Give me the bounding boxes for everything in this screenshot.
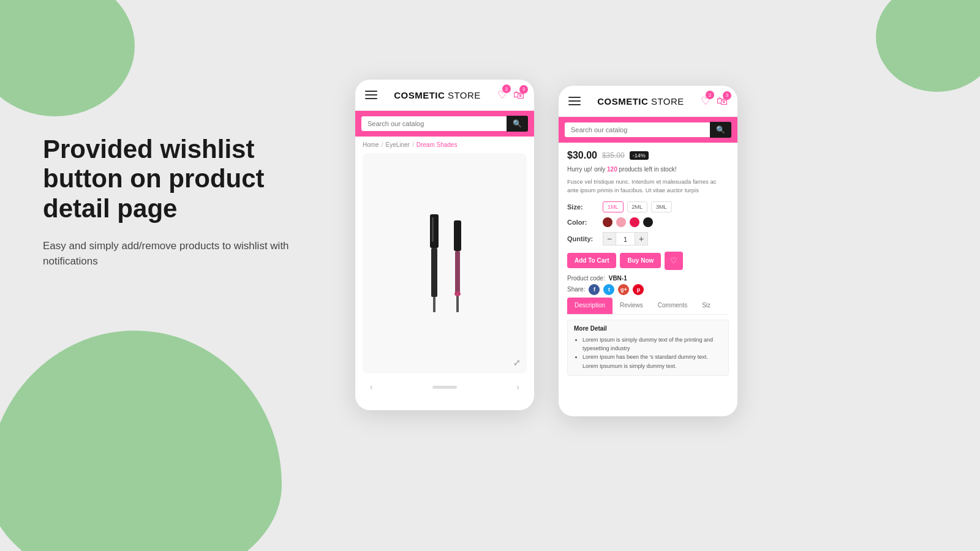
product-code-label: Product code:	[567, 275, 605, 282]
decorative-blob-bottom-left	[0, 331, 282, 551]
share-pinterest[interactable]: p	[633, 284, 644, 295]
size-label: Size:	[567, 203, 598, 211]
heart-badge-right: 2	[706, 91, 714, 99]
next-arrow[interactable]: ›	[516, 382, 519, 392]
price-current: $30.00	[567, 150, 597, 161]
logo-left: COSMETIC STORE	[394, 90, 481, 100]
product-description: Fusce vel tristique nunc. Interdum et ma…	[567, 178, 729, 195]
expand-icon[interactable]: ⤢	[513, 358, 521, 367]
phone-mockup-right: COSMETIC STORE ♡ 2 🛍 3 🔍 $30.00	[559, 86, 737, 416]
wishlist-icon-right[interactable]: ♡ 2	[701, 94, 710, 108]
hamburger-icon-right[interactable]	[568, 97, 581, 105]
decorative-blob-top-right	[876, 0, 980, 92]
color-options	[603, 217, 653, 227]
color-dot-3[interactable]	[630, 217, 639, 227]
share-googleplus[interactable]: g+	[618, 284, 629, 295]
share-label: Share:	[567, 286, 585, 293]
heart-badge-left: 2	[502, 84, 511, 93]
wishlist-button[interactable]: ♡	[665, 252, 683, 270]
product-code-value: VBN-1	[609, 275, 627, 282]
svg-rect-0	[430, 214, 439, 248]
more-detail-list: Lorem Ipsum is simply dummy text of the …	[574, 335, 722, 371]
decorative-blob-top-left	[0, 0, 135, 116]
lipstick-illustration	[425, 214, 464, 312]
svg-point-7	[454, 291, 461, 296]
color-label: Color:	[567, 219, 598, 226]
nav-bar-left: COSMETIC STORE ♡ 2 🛍 3	[355, 80, 534, 111]
bag-badge-left: 3	[519, 85, 528, 94]
search-input-right[interactable]	[565, 122, 710, 137]
qty-decrease[interactable]: −	[603, 232, 616, 246]
prev-arrow[interactable]: ‹	[370, 382, 373, 392]
size-row: Size: 1ML 2ML 3ML	[567, 201, 729, 212]
hamburger-icon[interactable]	[365, 91, 377, 99]
left-text-section: Provided wishlist button on product deta…	[43, 135, 337, 269]
product-image-area: ⤢	[363, 153, 527, 373]
product-tabs: Description Reviews Comments Siz	[567, 298, 729, 315]
product-detail-content: $30.00 $35.00 -14% Hurry up! only 120 pr…	[559, 143, 737, 416]
bottom-nav-left: ‹ ›	[355, 376, 534, 398]
breadcrumb-home[interactable]: Home	[363, 141, 379, 148]
wishlist-icon-left[interactable]: ♡ 2	[497, 88, 507, 102]
breadcrumb-left: Home / EyeLiner / Dream Shades	[355, 137, 534, 153]
lipstick-svg-1	[425, 214, 443, 312]
quantity-label: Quntity:	[567, 235, 598, 242]
nav-icons-left: ♡ 2 🛍 3	[497, 88, 524, 102]
search-button-left[interactable]: 🔍	[507, 116, 528, 132]
more-detail-box: More Detail Lorem Ipsum is simply dummy …	[567, 320, 729, 377]
color-row: Color:	[567, 217, 729, 227]
bag-icon-right[interactable]: 🛍 3	[717, 95, 728, 108]
bag-icon-left[interactable]: 🛍 3	[513, 89, 524, 102]
svg-rect-3	[432, 217, 434, 242]
color-dot-1[interactable]	[603, 217, 612, 227]
more-detail-title: More Detail	[574, 325, 722, 332]
color-dot-4[interactable]	[643, 217, 653, 227]
buy-now-button[interactable]: Buy Now	[620, 253, 661, 268]
bag-badge-right: 3	[723, 91, 731, 100]
tab-comments[interactable]: Comments	[650, 298, 695, 314]
stock-text: Hurry up! only 120 products left in stoc…	[567, 166, 729, 173]
nav-bar-right: COSMETIC STORE ♡ 2 🛍 3	[559, 86, 737, 117]
size-btn-3ml[interactable]: 3ML	[651, 201, 672, 212]
search-button-right[interactable]: 🔍	[710, 122, 731, 138]
logo-right: COSMETIC STORE	[597, 96, 684, 107]
scroll-indicator	[432, 386, 457, 389]
discount-badge: -14%	[630, 151, 649, 160]
qty-value: 1	[616, 232, 635, 246]
product-code-row: Product code: VBN-1	[567, 275, 729, 282]
size-btn-2ml[interactable]: 2ML	[627, 201, 648, 212]
lipstick-svg-2	[451, 220, 464, 312]
main-description: Easy and simply add/remove products to w…	[43, 238, 337, 269]
nav-icons-right: ♡ 2 🛍 3	[701, 94, 728, 108]
tab-description[interactable]: Description	[567, 298, 612, 314]
main-heading: Provided wishlist button on product deta…	[43, 135, 337, 223]
svg-rect-6	[456, 294, 459, 312]
quantity-stepper: − 1 +	[603, 232, 648, 246]
color-dot-2[interactable]	[616, 217, 626, 227]
size-btn-1ml[interactable]: 1ML	[603, 201, 624, 212]
quantity-row: Quntity: − 1 +	[567, 232, 729, 246]
svg-rect-2	[433, 297, 435, 312]
svg-rect-1	[431, 248, 437, 297]
share-icons: f t g+ p	[589, 284, 644, 295]
breadcrumb-current[interactable]: Dream Shades	[417, 141, 458, 148]
price-row: $30.00 $35.00 -14%	[567, 150, 729, 161]
share-row: Share: f t g+ p	[567, 284, 729, 295]
size-options: 1ML 2ML 3ML	[603, 201, 672, 212]
detail-item-1: Lorem Ipsum is simply dummy text of the …	[582, 335, 722, 353]
svg-rect-5	[455, 251, 460, 294]
share-facebook[interactable]: f	[589, 284, 600, 295]
add-to-cart-button[interactable]: Add To Cart	[567, 253, 616, 268]
search-bar-left: 🔍	[355, 111, 534, 137]
mockups-container: COSMETIC STORE ♡ 2 🛍 3 🔍 Home / EyeLin	[355, 80, 737, 416]
svg-rect-4	[454, 220, 461, 251]
tab-reviews[interactable]: Reviews	[612, 298, 650, 314]
breadcrumb-category[interactable]: EyeLiner	[385, 141, 409, 148]
phone-mockup-left: COSMETIC STORE ♡ 2 🛍 3 🔍 Home / EyeLin	[355, 80, 534, 410]
tab-size[interactable]: Siz	[695, 298, 718, 314]
share-twitter[interactable]: t	[603, 284, 614, 295]
price-old: $35.00	[602, 151, 625, 160]
search-bar-right: 🔍	[559, 117, 737, 143]
search-input-left[interactable]	[361, 116, 507, 131]
qty-increase[interactable]: +	[635, 232, 648, 246]
